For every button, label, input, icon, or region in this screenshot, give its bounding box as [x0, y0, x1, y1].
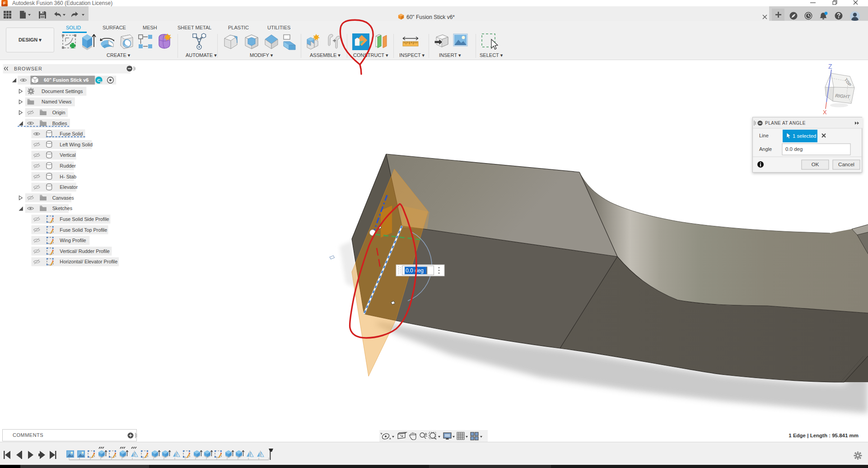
svg-text:Origin: Origin: [52, 110, 65, 115]
svg-text:BROWSER: BROWSER: [14, 66, 42, 71]
svg-text:0.0 deg: 0.0 deg: [785, 146, 803, 152]
svg-text:Vertical: Vertical: [60, 152, 75, 158]
svg-text:60" Fusion Stick v6: 60" Fusion Stick v6: [44, 77, 89, 83]
svg-text:OK: OK: [812, 162, 819, 167]
svg-text:Line: Line: [759, 133, 769, 138]
svg-text:Cancel: Cancel: [838, 162, 854, 167]
svg-text:Bodies: Bodies: [52, 121, 68, 126]
svg-text:Vertical/ Rudder Profile: Vertical/ Rudder Profile: [60, 248, 109, 254]
svg-text:Elevator: Elevator: [60, 184, 78, 190]
svg-text:Sketches: Sketches: [52, 206, 73, 211]
svg-text:Canvases: Canvases: [52, 195, 75, 201]
svg-text:Wing Profile: Wing Profile: [60, 238, 86, 243]
svg-text:Fuse Solid: Fuse Solid: [60, 131, 83, 136]
svg-text:Fuse Solid Side Profile: Fuse Solid Side Profile: [60, 216, 109, 222]
svg-text:Named Views: Named Views: [42, 99, 72, 104]
svg-text:0.0 deg: 0.0 deg: [406, 267, 424, 274]
svg-text:Rudder: Rudder: [60, 163, 76, 168]
svg-text:Fuse Solid Top Profile: Fuse Solid Top Profile: [60, 227, 107, 233]
svg-text:PLANE AT ANGLE: PLANE AT ANGLE: [765, 121, 806, 126]
svg-text:1 selected: 1 selected: [793, 133, 816, 139]
svg-text:Document Settings: Document Settings: [42, 89, 83, 94]
svg-text:Left Wing Solid: Left Wing Solid: [60, 142, 93, 147]
svg-text:C: C: [97, 78, 100, 83]
svg-text:Z: Z: [828, 63, 832, 70]
svg-text:Horizontal/ Elevator Profile: Horizontal/ Elevator Profile: [60, 259, 117, 264]
svg-text:X: X: [823, 109, 827, 116]
svg-text:H- Stab: H- Stab: [60, 174, 76, 179]
svg-text:Angle: Angle: [759, 146, 772, 152]
